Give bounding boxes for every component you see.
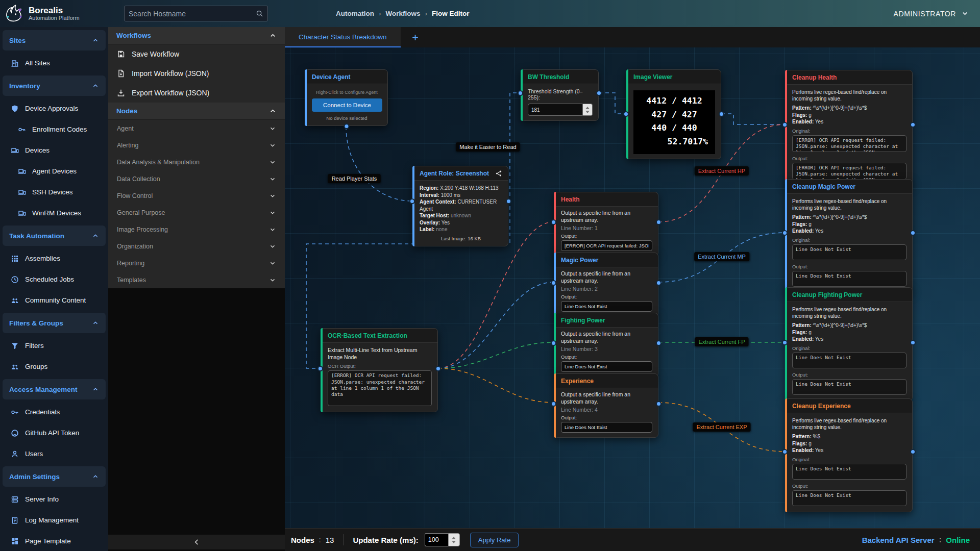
sidebar-item-log-management[interactable]: Log Management: [0, 510, 108, 531]
search-input[interactable]: [129, 10, 256, 18]
sidebar-section-sites[interactable]: Sites: [3, 30, 106, 51]
sidebar-item-enrollment-codes[interactable]: Enrollment Codes: [0, 119, 108, 140]
breadcrumb-automation[interactable]: Automation: [336, 10, 374, 17]
node-category-alerting[interactable]: Alerting: [108, 137, 285, 154]
node-category-agent[interactable]: Agent: [108, 120, 285, 137]
threshold-input[interactable]: [528, 104, 583, 116]
sidebar-item-credentials[interactable]: Credentials: [0, 402, 108, 422]
ocr-output-textarea[interactable]: [ERROR] OCR API request failed: JSON.par…: [328, 370, 432, 406]
node-cleanup-magic-power[interactable]: Cleanup Magic Power Performs live regex-…: [785, 179, 913, 293]
input-handle[interactable]: [782, 449, 788, 455]
output-handle[interactable]: [435, 366, 441, 371]
output-textarea[interactable]: Line Does Not Exist: [792, 271, 906, 287]
sidebar-item-server-info[interactable]: Server Info: [0, 489, 108, 510]
node-category-flow-control[interactable]: Flow Control: [108, 187, 285, 204]
output-handle[interactable]: [910, 122, 916, 128]
original-textarea[interactable]: [ERROR] OCR API request failed: JSON.par…: [792, 135, 906, 152]
input-handle[interactable]: [551, 280, 556, 286]
output-handle[interactable]: [910, 340, 916, 345]
node-cleanup-experience[interactable]: Cleanup Experience Performs live regex-b…: [785, 398, 913, 512]
node-cleanup-health[interactable]: Cleanup Health Performs live regex-based…: [785, 70, 913, 186]
output-textarea[interactable]: [ERROR] OCR API request failed: JSON.par…: [792, 163, 906, 180]
sidebar-item-scheduled-jobs[interactable]: Scheduled Jobs: [0, 269, 108, 290]
nodes-header[interactable]: Nodes: [108, 103, 285, 120]
node-health[interactable]: Health Output a specific line from an up…: [554, 192, 658, 256]
breadcrumb-workflows[interactable]: Workflows: [386, 10, 421, 17]
output-handle[interactable]: [910, 449, 916, 455]
sidebar-section-inventory[interactable]: Inventory: [3, 76, 106, 96]
input-handle[interactable]: [782, 230, 788, 236]
node-bw-threshold[interactable]: BW Threshold Threshold Strength (0–255):: [521, 69, 599, 121]
original-textarea[interactable]: Line Does Not Exist: [792, 244, 906, 260]
flow-canvas[interactable]: Device Agent Right-Click to Configure Ag…: [285, 47, 980, 528]
node-category-organization[interactable]: Organization: [108, 238, 285, 255]
input-handle[interactable]: [317, 366, 323, 371]
sidebar-item-users[interactable]: Users: [0, 443, 108, 464]
output-handle[interactable]: [719, 111, 724, 117]
workflows-header[interactable]: Workflows: [108, 27, 285, 44]
threshold-stepper[interactable]: [583, 104, 593, 116]
input-handle[interactable]: [551, 219, 556, 225]
apply-rate-button[interactable]: Apply Rate: [470, 533, 519, 547]
input-handle[interactable]: [518, 90, 523, 96]
node-magic-power[interactable]: Magic Power Output a specific line from …: [554, 253, 658, 317]
sidebar-item-filters[interactable]: Filters: [0, 335, 108, 356]
line-output-input[interactable]: [561, 240, 652, 251]
share-icon[interactable]: [495, 170, 502, 177]
import-workflow-button[interactable]: Import Workflow (JSON): [108, 64, 285, 83]
output-handle[interactable]: [596, 90, 602, 96]
node-category-general-purpose[interactable]: General Purpose: [108, 204, 285, 221]
sidebar-item-devices[interactable]: Devices: [0, 140, 108, 161]
node-ocr-text-extraction[interactable]: OCR-Based Text Extraction Extract Multi-…: [321, 328, 438, 412]
sidebar-section-admin-settings[interactable]: Admin Settings: [3, 466, 106, 487]
sidebar-item-community-content[interactable]: Community Content: [0, 290, 108, 311]
sidebar-item-agent-devices[interactable]: Agent Devices: [0, 161, 108, 182]
hostname-search[interactable]: [124, 6, 268, 21]
node-category-data-collection[interactable]: Data Collection: [108, 170, 285, 187]
sidebar-item-github-api-token[interactable]: GitHub API Token: [0, 422, 108, 443]
node-category-image-processing[interactable]: Image Processing: [108, 221, 285, 238]
sidebar-item-all-sites[interactable]: All Sites: [0, 53, 108, 73]
input-handle[interactable]: [623, 111, 629, 117]
line-output-input[interactable]: [561, 361, 652, 372]
output-textarea[interactable]: Line Does Not Exist: [792, 379, 906, 395]
output-handle[interactable]: [656, 401, 662, 407]
output-handle[interactable]: [656, 219, 662, 225]
node-category-data-analysis[interactable]: Data Analysis & Manipulation: [108, 154, 285, 170]
line-output-input[interactable]: [561, 301, 652, 312]
output-handle[interactable]: [656, 280, 662, 286]
update-rate-stepper[interactable]: [448, 533, 460, 546]
node-image-viewer[interactable]: Image Viewer 4412 / 4412 427 / 427 440 /…: [626, 69, 721, 159]
export-workflow-button[interactable]: Export Workflow (JSON): [108, 83, 285, 103]
input-handle[interactable]: [782, 340, 788, 345]
sidebar-item-winrm-devices[interactable]: WinRM Devices: [0, 203, 108, 223]
input-handle[interactable]: [551, 401, 556, 407]
add-tab-button[interactable]: [401, 27, 430, 47]
original-textarea[interactable]: Line Does Not Exist: [792, 353, 906, 368]
node-fighting-power[interactable]: Fighting Power Output a specific line fr…: [554, 313, 658, 377]
output-handle[interactable]: [656, 340, 662, 346]
output-textarea[interactable]: Line Does Not Exist: [792, 490, 906, 506]
collapse-panel-button[interactable]: [108, 535, 285, 549]
connect-to-device-button[interactable]: Connect to Device: [312, 98, 382, 112]
line-output-input[interactable]: [561, 422, 652, 433]
node-experience[interactable]: Experience Output a specific line from a…: [554, 373, 658, 438]
node-agent-role-screenshot[interactable]: Agent Role: Screenshot Region: X:200 Y:4…: [412, 166, 508, 246]
save-workflow-button[interactable]: Save Workflow: [108, 44, 285, 64]
sidebar-section-task-automation[interactable]: Task Automation: [3, 226, 106, 246]
sidebar-section-access-management[interactable]: Access Management: [3, 379, 106, 399]
node-category-templates[interactable]: Templates: [108, 271, 285, 288]
output-handle[interactable]: [506, 198, 511, 204]
sidebar-item-device-approvals[interactable]: Device Approvals: [0, 98, 108, 119]
output-handle[interactable]: [344, 123, 349, 129]
sidebar-item-ssh-devices[interactable]: SSH Devices: [0, 182, 108, 203]
sidebar-item-page-template[interactable]: Page Template: [0, 531, 108, 551]
original-textarea[interactable]: Line Does Not Exist: [792, 464, 906, 480]
input-handle[interactable]: [782, 122, 788, 128]
sidebar-item-assemblies[interactable]: Assemblies: [0, 248, 108, 269]
node-cleanup-fighting-power[interactable]: Cleanup Fighting Power Performs live reg…: [785, 287, 913, 401]
node-category-reporting[interactable]: Reporting: [108, 255, 285, 271]
input-handle[interactable]: [551, 340, 556, 346]
update-rate-input[interactable]: [425, 533, 448, 546]
input-handle[interactable]: [409, 198, 415, 204]
